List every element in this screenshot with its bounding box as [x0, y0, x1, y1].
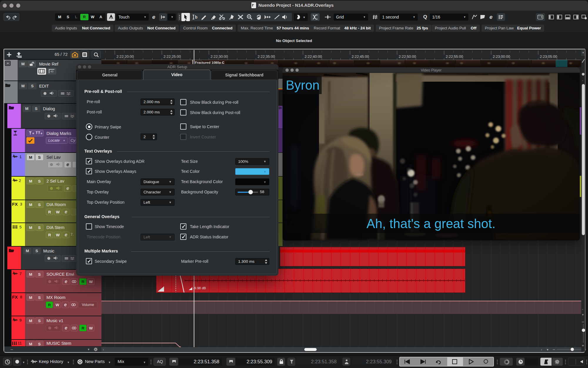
- svg-text:Ah, that's a great shot.: Ah, that's a great shot.: [367, 216, 496, 231]
- svg-text:Byron: Byron: [286, 78, 320, 92]
- svg-text:b: b: [195, 15, 198, 19]
